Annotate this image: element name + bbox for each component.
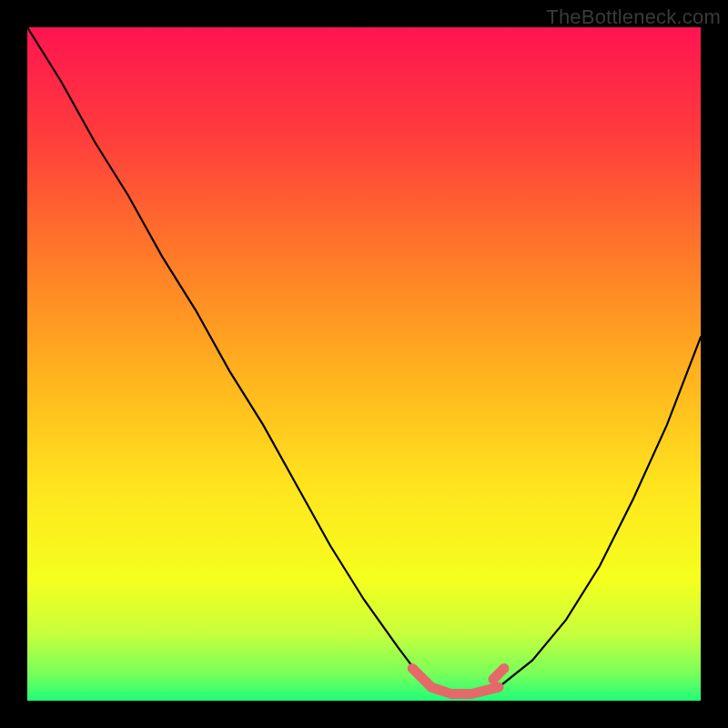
watermark-text: TheBottleneck.com bbox=[546, 5, 721, 29]
chart-container: TheBottleneck.com bbox=[0, 0, 728, 728]
background-gradient bbox=[27, 27, 701, 701]
plot-area bbox=[27, 27, 701, 701]
svg-rect-0 bbox=[27, 27, 701, 701]
